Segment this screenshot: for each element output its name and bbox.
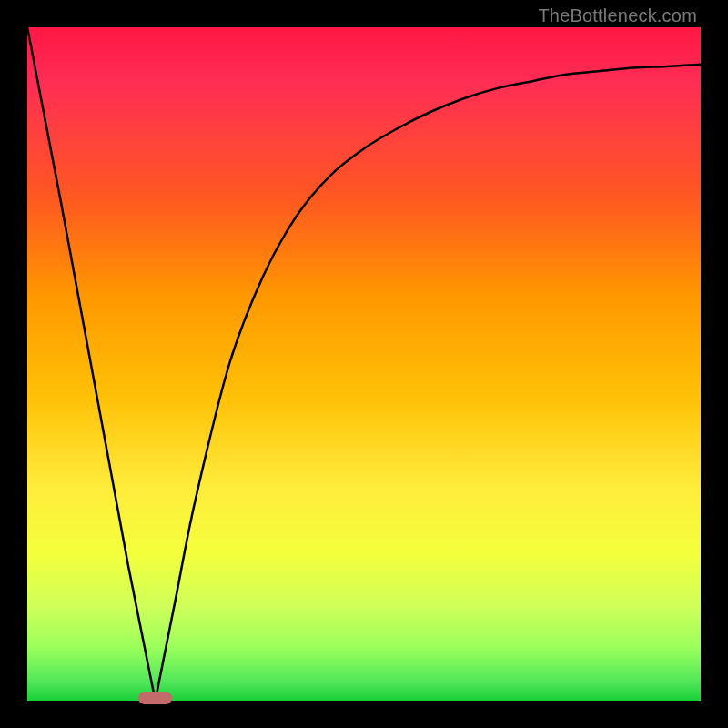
watermark-text: TheBottleneck.com [538,5,697,26]
chart-frame: TheBottleneck.com [0,0,728,728]
optimal-marker [138,692,172,704]
bottleneck-curve [27,27,701,701]
plot-area [27,27,701,701]
